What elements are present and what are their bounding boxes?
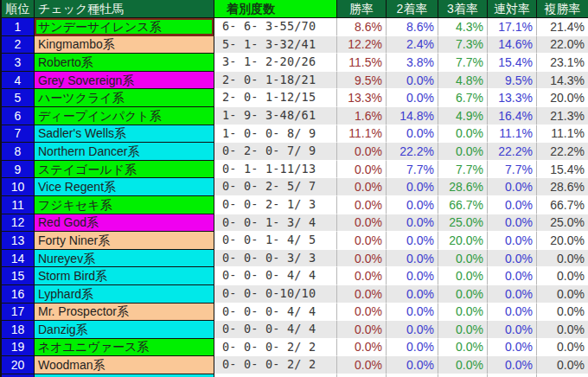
third-rate-cell[interactable]: 6.7% — [438, 89, 488, 107]
rank-cell[interactable]: 15 — [2, 267, 35, 285]
show-rate-cell[interactable]: 21.4% — [537, 18, 588, 36]
show-rate-cell[interactable]: 0.0% — [537, 321, 588, 339]
exacta-rate-cell[interactable]: 22.2% — [488, 143, 537, 161]
second-rate-cell[interactable]: 0.0% — [387, 89, 438, 107]
third-rate-cell[interactable]: 4.9% — [438, 107, 488, 125]
win-rate-cell[interactable]: 8.6% — [337, 18, 387, 36]
rank-cell[interactable]: 7 — [2, 125, 35, 144]
record-cell[interactable]: 1- 0- 0- 8/ 9 — [214, 125, 337, 144]
win-rate-cell[interactable]: 1.6% — [337, 107, 387, 125]
second-rate-cell[interactable]: 0.0% — [387, 267, 438, 285]
second-rate-cell[interactable]: 0.0% — [387, 178, 438, 196]
second-rate-cell[interactable]: 0.0% — [387, 125, 438, 144]
win-rate-cell[interactable]: 0.0% — [337, 214, 387, 233]
exacta-rate-cell[interactable]: 0.0% — [488, 339, 537, 357]
third-rate-cell[interactable]: 0.0% — [438, 285, 488, 304]
show-rate-cell[interactable]: 28.6% — [537, 178, 588, 196]
win-rate-cell[interactable]: 0.0% — [337, 161, 387, 179]
record-cell[interactable]: 3- 1- 2-20/26 — [214, 54, 337, 72]
sire-name-cell[interactable]: Nureyev系 — [35, 250, 214, 268]
show-rate-cell[interactable]: 20.0% — [537, 232, 588, 250]
sire-name-cell[interactable]: サンデーサイレンス系 — [35, 18, 214, 36]
rank-cell[interactable]: 12 — [2, 214, 35, 233]
record-cell[interactable]: 1- 9- 3-48/61 — [214, 107, 337, 125]
sire-name-cell[interactable]: Woodman系 — [35, 356, 214, 374]
win-rate-cell[interactable]: 0.0% — [337, 196, 387, 214]
second-rate-cell[interactable]: 0.0% — [387, 196, 438, 214]
exacta-rate-cell[interactable]: 0.0% — [488, 267, 537, 285]
show-rate-cell[interactable]: 20.0% — [537, 89, 588, 107]
win-rate-cell[interactable]: 0.0% — [337, 178, 387, 196]
third-rate-cell[interactable]: 0.0% — [438, 125, 488, 144]
third-rate-cell[interactable]: 66.7% — [438, 196, 488, 214]
win-rate-cell[interactable]: 0.0% — [337, 356, 387, 374]
sire-name-cell[interactable]: ディープインパクト系 — [35, 107, 214, 125]
win-rate-cell[interactable]: 0.0% — [337, 285, 387, 304]
second-rate-cell[interactable]: 0.0% — [387, 304, 438, 322]
record-cell[interactable]: 0- 0- 0-10/10 — [214, 285, 337, 304]
show-rate-cell[interactable]: 0.0% — [537, 267, 588, 285]
show-rate-cell[interactable]: 66.7% — [537, 196, 588, 214]
rank-cell[interactable]: 19 — [2, 339, 35, 357]
second-rate-cell[interactable]: 2.4% — [387, 36, 438, 54]
exacta-rate-cell[interactable]: 14.6% — [488, 36, 537, 54]
second-rate-cell[interactable]: 0.0% — [387, 72, 438, 90]
record-cell[interactable]: 5- 1- 3-32/41 — [214, 36, 337, 54]
second-rate-cell[interactable]: 22.2% — [387, 143, 438, 161]
win-rate-cell[interactable]: 0.0% — [337, 250, 387, 268]
exacta-rate-cell[interactable]: 0.0% — [488, 285, 537, 304]
sire-name-cell[interactable]: Kingmambo系 — [35, 36, 214, 54]
rank-cell[interactable]: 5 — [2, 89, 35, 107]
third-rate-cell[interactable]: 0.0% — [438, 267, 488, 285]
sire-name-cell[interactable]: Mr. Prospector系 — [35, 304, 214, 322]
exacta-rate-cell[interactable]: 0.0% — [488, 321, 537, 339]
record-cell[interactable]: 0- 0- 2- 5/ 7 — [214, 178, 337, 196]
third-rate-cell[interactable]: 7.7% — [438, 161, 488, 179]
rank-cell[interactable]: 1 — [2, 18, 35, 36]
third-rate-cell[interactable]: 0.0% — [438, 304, 488, 322]
show-rate-cell[interactable]: 22.2% — [537, 143, 588, 161]
third-rate-cell[interactable]: 0.0% — [438, 321, 488, 339]
sire-name-cell[interactable]: ハーツクライ系 — [35, 89, 214, 107]
sire-name-cell[interactable]: Grey Sovereign系 — [35, 72, 214, 90]
second-rate-cell[interactable]: 0.0% — [387, 214, 438, 233]
win-rate-cell[interactable]: 0.0% — [337, 232, 387, 250]
show-rate-cell[interactable]: 23.1% — [537, 54, 588, 72]
win-rate-cell[interactable]: 12.2% — [337, 36, 387, 54]
show-rate-cell[interactable]: 0.0% — [537, 304, 588, 322]
second-rate-cell[interactable]: 0.0% — [387, 250, 438, 268]
sire-name-cell[interactable]: Northern Dancer系 — [35, 143, 214, 161]
win-rate-cell[interactable]: 13.3% — [337, 89, 387, 107]
win-rate-cell[interactable]: 0.0% — [337, 267, 387, 285]
second-rate-cell[interactable]: 3.8% — [387, 54, 438, 72]
win-rate-cell[interactable]: 11.5% — [337, 54, 387, 72]
exacta-rate-cell[interactable]: 0.0% — [488, 214, 537, 233]
show-rate-cell[interactable]: 15.4% — [537, 161, 588, 179]
rank-cell[interactable]: 9 — [2, 161, 35, 179]
rank-cell[interactable]: 3 — [2, 54, 35, 72]
record-cell[interactable]: 2- 0- 1-18/21 — [214, 72, 337, 90]
rank-cell[interactable]: 18 — [2, 321, 35, 339]
show-rate-cell[interactable]: 11.1% — [537, 125, 588, 144]
exacta-rate-cell[interactable]: 0.0% — [488, 196, 537, 214]
third-rate-cell[interactable]: 0.0% — [438, 143, 488, 161]
sire-name-cell[interactable]: ネオユニヴァース系 — [35, 339, 214, 357]
show-rate-cell[interactable]: 25.0% — [537, 214, 588, 233]
record-cell[interactable]: 6- 6- 3-55/70 — [214, 18, 337, 36]
third-rate-cell[interactable]: 4.8% — [438, 72, 488, 90]
show-rate-cell[interactable]: 14.3% — [537, 72, 588, 90]
sire-name-cell[interactable]: Forty Niner系 — [35, 232, 214, 250]
second-rate-cell[interactable]: 0.0% — [387, 285, 438, 304]
record-cell[interactable]: 0- 0- 0- 4/ 4 — [214, 267, 337, 285]
exacta-rate-cell[interactable]: 17.1% — [488, 18, 537, 36]
record-cell[interactable]: 0- 0- 0- 2/ 2 — [214, 356, 337, 374]
rank-cell[interactable]: 16 — [2, 285, 35, 304]
sire-name-cell[interactable]: ステイゴールド系 — [35, 161, 214, 179]
record-cell[interactable]: 0- 0- 0- 4/ 4 — [214, 321, 337, 339]
exacta-rate-cell[interactable]: 13.3% — [488, 89, 537, 107]
third-rate-cell[interactable]: 4.3% — [438, 18, 488, 36]
show-rate-cell[interactable]: 0.0% — [537, 339, 588, 357]
show-rate-cell[interactable]: 0.0% — [537, 250, 588, 268]
win-rate-cell[interactable]: 0.0% — [337, 321, 387, 339]
record-cell[interactable]: 0- 1- 1-11/13 — [214, 161, 337, 179]
